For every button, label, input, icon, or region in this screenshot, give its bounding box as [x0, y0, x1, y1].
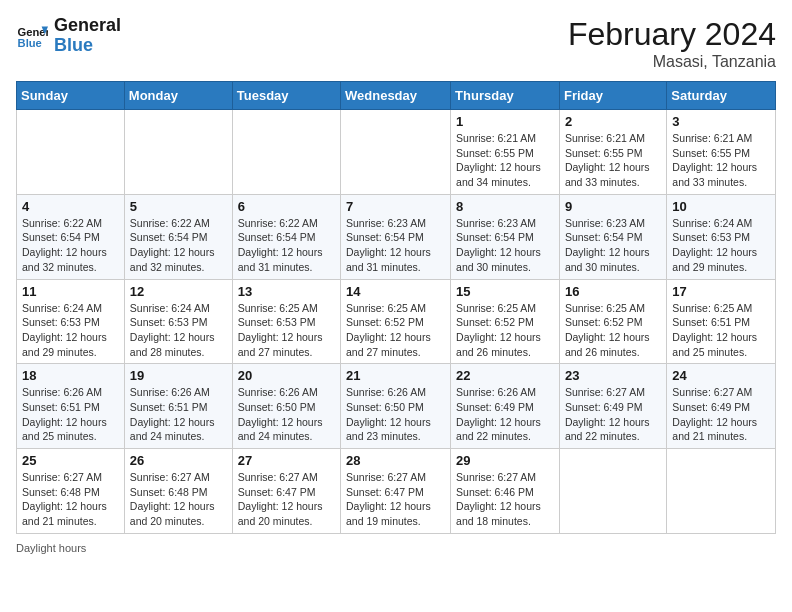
title-area: February 2024 Masasi, Tanzania — [568, 16, 776, 71]
calendar-cell: 1Sunrise: 6:21 AMSunset: 6:55 PMDaylight… — [451, 110, 560, 195]
svg-text:Blue: Blue — [18, 37, 42, 49]
day-info: Sunrise: 6:23 AMSunset: 6:54 PMDaylight:… — [565, 216, 661, 275]
day-number: 7 — [346, 199, 445, 214]
day-number: 11 — [22, 284, 119, 299]
calendar-cell — [559, 449, 666, 534]
calendar-cell — [124, 110, 232, 195]
day-number: 26 — [130, 453, 227, 468]
day-info: Sunrise: 6:22 AMSunset: 6:54 PMDaylight:… — [238, 216, 335, 275]
calendar-cell: 3Sunrise: 6:21 AMSunset: 6:55 PMDaylight… — [667, 110, 776, 195]
day-info: Sunrise: 6:21 AMSunset: 6:55 PMDaylight:… — [672, 131, 770, 190]
day-number: 24 — [672, 368, 770, 383]
day-info: Sunrise: 6:26 AMSunset: 6:50 PMDaylight:… — [238, 385, 335, 444]
day-number: 14 — [346, 284, 445, 299]
day-info: Sunrise: 6:25 AMSunset: 6:53 PMDaylight:… — [238, 301, 335, 360]
calendar-cell: 17Sunrise: 6:25 AMSunset: 6:51 PMDayligh… — [667, 279, 776, 364]
day-number: 6 — [238, 199, 335, 214]
logo-icon: General Blue — [16, 20, 48, 52]
day-number: 16 — [565, 284, 661, 299]
day-info: Sunrise: 6:26 AMSunset: 6:50 PMDaylight:… — [346, 385, 445, 444]
page-header: General Blue General Blue February 2024 … — [16, 16, 776, 71]
day-info: Sunrise: 6:24 AMSunset: 6:53 PMDaylight:… — [130, 301, 227, 360]
calendar-week-row: 1Sunrise: 6:21 AMSunset: 6:55 PMDaylight… — [17, 110, 776, 195]
calendar-cell — [341, 110, 451, 195]
calendar-cell: 16Sunrise: 6:25 AMSunset: 6:52 PMDayligh… — [559, 279, 666, 364]
day-number: 23 — [565, 368, 661, 383]
weekday-header: Wednesday — [341, 82, 451, 110]
weekday-header: Saturday — [667, 82, 776, 110]
calendar-cell: 21Sunrise: 6:26 AMSunset: 6:50 PMDayligh… — [341, 364, 451, 449]
day-info: Sunrise: 6:21 AMSunset: 6:55 PMDaylight:… — [565, 131, 661, 190]
calendar-cell: 24Sunrise: 6:27 AMSunset: 6:49 PMDayligh… — [667, 364, 776, 449]
day-number: 12 — [130, 284, 227, 299]
day-number: 17 — [672, 284, 770, 299]
location-subtitle: Masasi, Tanzania — [568, 53, 776, 71]
calendar-cell: 20Sunrise: 6:26 AMSunset: 6:50 PMDayligh… — [232, 364, 340, 449]
calendar-table: SundayMondayTuesdayWednesdayThursdayFrid… — [16, 81, 776, 534]
day-info: Sunrise: 6:27 AMSunset: 6:47 PMDaylight:… — [238, 470, 335, 529]
calendar-cell: 12Sunrise: 6:24 AMSunset: 6:53 PMDayligh… — [124, 279, 232, 364]
day-info: Sunrise: 6:27 AMSunset: 6:49 PMDaylight:… — [672, 385, 770, 444]
weekday-header-row: SundayMondayTuesdayWednesdayThursdayFrid… — [17, 82, 776, 110]
footer-note: Daylight hours — [16, 542, 776, 554]
calendar-cell: 14Sunrise: 6:25 AMSunset: 6:52 PMDayligh… — [341, 279, 451, 364]
calendar-cell: 26Sunrise: 6:27 AMSunset: 6:48 PMDayligh… — [124, 449, 232, 534]
calendar-cell — [667, 449, 776, 534]
day-info: Sunrise: 6:24 AMSunset: 6:53 PMDaylight:… — [672, 216, 770, 275]
calendar-cell: 22Sunrise: 6:26 AMSunset: 6:49 PMDayligh… — [451, 364, 560, 449]
calendar-week-row: 25Sunrise: 6:27 AMSunset: 6:48 PMDayligh… — [17, 449, 776, 534]
weekday-header: Monday — [124, 82, 232, 110]
calendar-cell: 11Sunrise: 6:24 AMSunset: 6:53 PMDayligh… — [17, 279, 125, 364]
day-number: 2 — [565, 114, 661, 129]
day-number: 21 — [346, 368, 445, 383]
calendar-cell — [17, 110, 125, 195]
calendar-cell: 28Sunrise: 6:27 AMSunset: 6:47 PMDayligh… — [341, 449, 451, 534]
day-info: Sunrise: 6:25 AMSunset: 6:51 PMDaylight:… — [672, 301, 770, 360]
day-info: Sunrise: 6:23 AMSunset: 6:54 PMDaylight:… — [346, 216, 445, 275]
day-info: Sunrise: 6:25 AMSunset: 6:52 PMDaylight:… — [456, 301, 554, 360]
day-info: Sunrise: 6:25 AMSunset: 6:52 PMDaylight:… — [346, 301, 445, 360]
logo-text-blue: Blue — [54, 36, 121, 56]
day-info: Sunrise: 6:24 AMSunset: 6:53 PMDaylight:… — [22, 301, 119, 360]
day-number: 13 — [238, 284, 335, 299]
day-number: 5 — [130, 199, 227, 214]
day-info: Sunrise: 6:27 AMSunset: 6:49 PMDaylight:… — [565, 385, 661, 444]
calendar-cell: 10Sunrise: 6:24 AMSunset: 6:53 PMDayligh… — [667, 194, 776, 279]
day-number: 25 — [22, 453, 119, 468]
day-number: 28 — [346, 453, 445, 468]
weekday-header: Sunday — [17, 82, 125, 110]
day-info: Sunrise: 6:27 AMSunset: 6:48 PMDaylight:… — [22, 470, 119, 529]
calendar-cell: 25Sunrise: 6:27 AMSunset: 6:48 PMDayligh… — [17, 449, 125, 534]
calendar-cell: 19Sunrise: 6:26 AMSunset: 6:51 PMDayligh… — [124, 364, 232, 449]
day-info: Sunrise: 6:26 AMSunset: 6:51 PMDaylight:… — [22, 385, 119, 444]
day-number: 4 — [22, 199, 119, 214]
day-info: Sunrise: 6:27 AMSunset: 6:47 PMDaylight:… — [346, 470, 445, 529]
day-info: Sunrise: 6:22 AMSunset: 6:54 PMDaylight:… — [22, 216, 119, 275]
day-number: 20 — [238, 368, 335, 383]
day-number: 9 — [565, 199, 661, 214]
calendar-cell: 18Sunrise: 6:26 AMSunset: 6:51 PMDayligh… — [17, 364, 125, 449]
day-number: 18 — [22, 368, 119, 383]
calendar-cell: 9Sunrise: 6:23 AMSunset: 6:54 PMDaylight… — [559, 194, 666, 279]
calendar-cell: 15Sunrise: 6:25 AMSunset: 6:52 PMDayligh… — [451, 279, 560, 364]
day-info: Sunrise: 6:22 AMSunset: 6:54 PMDaylight:… — [130, 216, 227, 275]
calendar-cell: 2Sunrise: 6:21 AMSunset: 6:55 PMDaylight… — [559, 110, 666, 195]
day-number: 8 — [456, 199, 554, 214]
day-number: 22 — [456, 368, 554, 383]
calendar-cell: 4Sunrise: 6:22 AMSunset: 6:54 PMDaylight… — [17, 194, 125, 279]
day-number: 3 — [672, 114, 770, 129]
calendar-cell — [232, 110, 340, 195]
calendar-week-row: 18Sunrise: 6:26 AMSunset: 6:51 PMDayligh… — [17, 364, 776, 449]
logo: General Blue General Blue — [16, 16, 121, 56]
calendar-cell: 29Sunrise: 6:27 AMSunset: 6:46 PMDayligh… — [451, 449, 560, 534]
calendar-cell: 8Sunrise: 6:23 AMSunset: 6:54 PMDaylight… — [451, 194, 560, 279]
calendar-week-row: 4Sunrise: 6:22 AMSunset: 6:54 PMDaylight… — [17, 194, 776, 279]
day-info: Sunrise: 6:23 AMSunset: 6:54 PMDaylight:… — [456, 216, 554, 275]
month-year-title: February 2024 — [568, 16, 776, 53]
logo-text-general: General — [54, 16, 121, 36]
day-number: 27 — [238, 453, 335, 468]
calendar-cell: 23Sunrise: 6:27 AMSunset: 6:49 PMDayligh… — [559, 364, 666, 449]
calendar-cell: 13Sunrise: 6:25 AMSunset: 6:53 PMDayligh… — [232, 279, 340, 364]
weekday-header: Friday — [559, 82, 666, 110]
day-number: 10 — [672, 199, 770, 214]
